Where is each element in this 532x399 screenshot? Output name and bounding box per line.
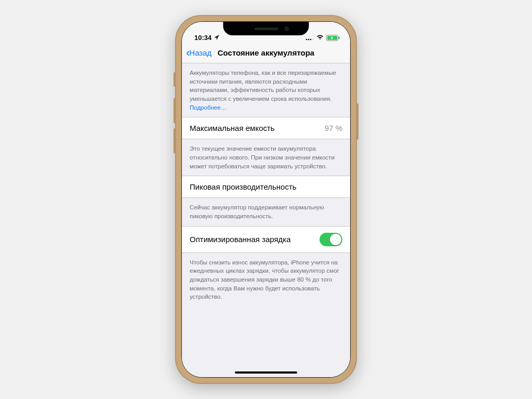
svg-point-3 (312, 38, 314, 40)
optimized-charging-toggle[interactable] (320, 233, 342, 246)
optimized-charging-label: Оптимизированная зарядка (190, 235, 291, 244)
back-button[interactable]: ‹ Назад (186, 47, 211, 59)
signal-icon (305, 35, 314, 41)
max-capacity-label: Максимальная емкость (190, 124, 275, 132)
intro-description: Аккумуляторы телефона, как и все перезар… (182, 63, 350, 117)
svg-point-1 (308, 38, 310, 40)
optimized-charging-cell[interactable]: Оптимизированная зарядка (182, 226, 350, 253)
location-icon (214, 35, 219, 41)
battery-icon (326, 35, 340, 41)
status-time: 10:34 (194, 34, 211, 42)
svg-point-0 (306, 38, 308, 40)
notch (223, 22, 309, 35)
wifi-icon (316, 34, 324, 42)
screen: 10:34 (181, 21, 351, 378)
home-indicator[interactable] (235, 371, 297, 374)
peak-performance-cell[interactable]: Пиковая производительность (182, 176, 350, 198)
max-capacity-cell[interactable]: Максимальная емкость 97 % (182, 117, 350, 139)
optimized-charging-desc: Чтобы снизить износ аккумулятора, iPhone… (182, 253, 350, 307)
phone-frame: 10:34 (175, 15, 357, 384)
svg-point-2 (310, 38, 312, 40)
content-scroll[interactable]: Аккумуляторы телефона, как и все перезар… (182, 63, 350, 377)
peak-performance-label: Пиковая производительность (190, 182, 297, 191)
max-capacity-value: 97 % (325, 124, 342, 132)
peak-performance-desc: Сейчас аккумулятор поддерживает нормальн… (182, 198, 350, 225)
max-capacity-desc: Это текущее значение емкости аккумулятор… (182, 139, 350, 176)
svg-rect-6 (339, 36, 340, 39)
learn-more-link[interactable]: Подробнее… (190, 104, 227, 111)
nav-bar: ‹ Назад Состояние аккумулятора (182, 43, 350, 63)
back-label: Назад (189, 48, 211, 57)
